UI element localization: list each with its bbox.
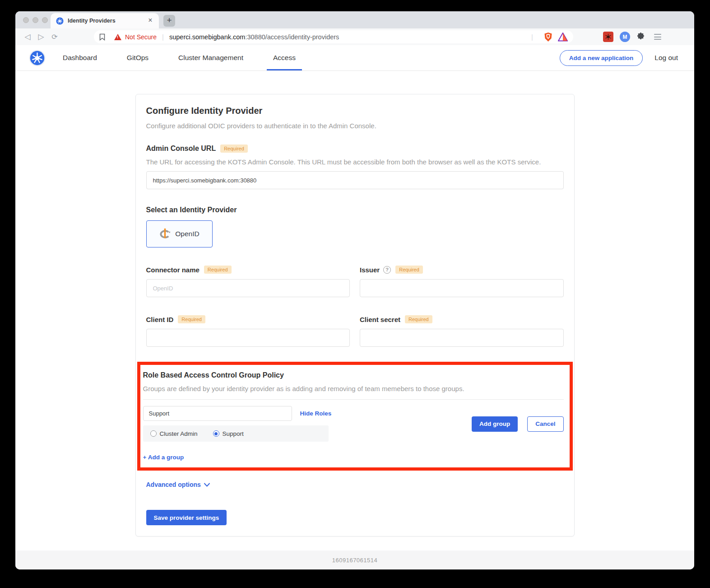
nav-item-cluster-management[interactable]: Cluster Management [178, 45, 243, 70]
cancel-button[interactable]: Cancel [527, 416, 563, 432]
extension-m-icon[interactable]: M [620, 32, 630, 42]
required-badge: Required [178, 315, 205, 323]
advanced-options-label: Advanced options [146, 481, 201, 488]
bookmark-icon[interactable] [99, 33, 105, 41]
rbac-description: Groups are defined by your identity prov… [143, 385, 564, 392]
not-secure-warning-icon [114, 34, 121, 40]
radio-unchecked-icon[interactable] [150, 430, 157, 437]
page-content: Configure Identity Provider Configure ad… [15, 71, 694, 551]
kubernetes-favicon-icon [56, 17, 64, 25]
role-option-cluster-admin[interactable]: Cluster Admin [150, 430, 198, 437]
new-tab-button[interactable]: + [163, 15, 175, 27]
required-badge: Required [395, 266, 423, 274]
logout-link[interactable]: Log out [654, 54, 678, 62]
forward-icon[interactable]: ▷ [34, 32, 48, 42]
hide-roles-link[interactable]: Hide Roles [300, 410, 332, 417]
brave-shield-icon[interactable] [544, 32, 552, 42]
advanced-options-link[interactable]: Advanced options [146, 481, 210, 488]
url-path: :30880/access/identity-providers [245, 33, 339, 41]
admin-console-url-description: The URL for accessing the KOTS Admin Con… [146, 158, 564, 166]
connector-name-label: Connector name [146, 266, 200, 274]
extensions-area: M [603, 32, 661, 42]
openid-logo-icon [159, 228, 171, 240]
openid-provider-label: OpenID [175, 230, 199, 238]
nav-item-dashboard[interactable]: Dashboard [63, 45, 97, 70]
radio-checked-icon[interactable] [213, 430, 219, 437]
add-new-application-button[interactable]: Add a new application [560, 50, 643, 66]
zoom-window-button[interactable] [42, 17, 48, 23]
role-label: Support [223, 430, 244, 437]
rbac-title: Role Based Access Control Group Policy [143, 371, 284, 379]
back-icon[interactable]: ◁ [21, 32, 34, 42]
browser-toolbar: ◁ ▷ ⟳ Not Secure | superci.somebigbank.c… [15, 28, 694, 45]
role-label: Cluster Admin [160, 430, 198, 437]
client-id-field: Client ID Required [146, 315, 350, 347]
issuer-input[interactable] [360, 279, 564, 297]
admin-console-url-input[interactable] [146, 171, 564, 189]
connector-name-field: Connector name Required [146, 266, 350, 297]
app-navigation: Dashboard GitOps Cluster Management Acce… [15, 45, 694, 71]
tab-close-icon[interactable]: × [146, 17, 154, 25]
kubernetes-logo-icon [29, 50, 46, 66]
url-host: superci.somebigbank.com [169, 33, 245, 41]
footer-timestamp: 1609167061514 [332, 557, 378, 564]
issuer-label: Issuer [360, 266, 380, 274]
not-secure-label: Not Secure [125, 33, 157, 41]
add-group-button[interactable]: Add group [472, 416, 518, 432]
client-id-input[interactable] [146, 329, 350, 347]
close-window-button[interactable] [23, 17, 29, 23]
client-id-label: Client ID [146, 316, 174, 323]
group-name-input[interactable] [143, 406, 292, 421]
configure-identity-provider-card: Configure Identity Provider Configure ad… [135, 94, 575, 537]
select-identity-provider-label: Select an Identity Provider [146, 206, 237, 214]
page-subtitle: Configure additional ODIC providers to a… [146, 122, 564, 130]
openid-provider-tile[interactable]: OpenID [146, 220, 213, 247]
rbac-divider [143, 399, 564, 400]
nav-item-gitops[interactable]: GitOps [127, 45, 148, 70]
extension-adblock-icon[interactable] [603, 32, 613, 42]
minimize-window-button[interactable] [32, 17, 38, 23]
add-a-group-link[interactable]: + Add a group [143, 454, 184, 461]
issuer-field: Issuer ? Required [360, 266, 564, 297]
connector-name-input[interactable] [146, 279, 350, 297]
chevron-down-icon [204, 483, 210, 487]
tab-bar: Identity Providers × + [15, 11, 694, 28]
admin-console-url-label: Admin Console URL [146, 145, 216, 153]
role-option-support[interactable]: Support [213, 430, 244, 437]
required-badge: Required [220, 145, 248, 153]
client-secret-label: Client secret [360, 316, 400, 323]
brave-rewards-triangle-icon[interactable] [558, 33, 568, 42]
save-provider-settings-button[interactable]: Save provider settings [146, 510, 227, 525]
browser-menu-icon[interactable] [654, 34, 661, 40]
required-badge: Required [405, 315, 432, 323]
nav-item-access[interactable]: Access [273, 45, 296, 70]
client-secret-input[interactable] [360, 329, 564, 347]
browser-window: Identity Providers × + ◁ ▷ ⟳ Not Secure … [15, 11, 694, 569]
client-secret-field: Client secret Required [360, 315, 564, 347]
tab-title: Identity Providers [68, 18, 146, 24]
required-badge: Required [204, 266, 232, 274]
address-bar[interactable]: Not Secure | superci.somebigbank.com:308… [94, 30, 573, 43]
roles-panel: Cluster Admin Support [143, 425, 329, 442]
extensions-puzzle-icon[interactable] [636, 33, 645, 41]
issuer-help-icon[interactable]: ? [383, 266, 391, 274]
app-footer: 1609167061514 [15, 551, 694, 569]
address-separator-right: | [531, 33, 533, 41]
address-separator: | [162, 33, 164, 41]
browser-tab[interactable]: Identity Providers × [51, 13, 159, 28]
reload-icon[interactable]: ⟳ [48, 33, 61, 41]
window-controls [23, 17, 48, 23]
page-title: Configure Identity Provider [146, 106, 564, 116]
rbac-highlight-annotation: Role Based Access Control Group Policy G… [137, 362, 573, 471]
